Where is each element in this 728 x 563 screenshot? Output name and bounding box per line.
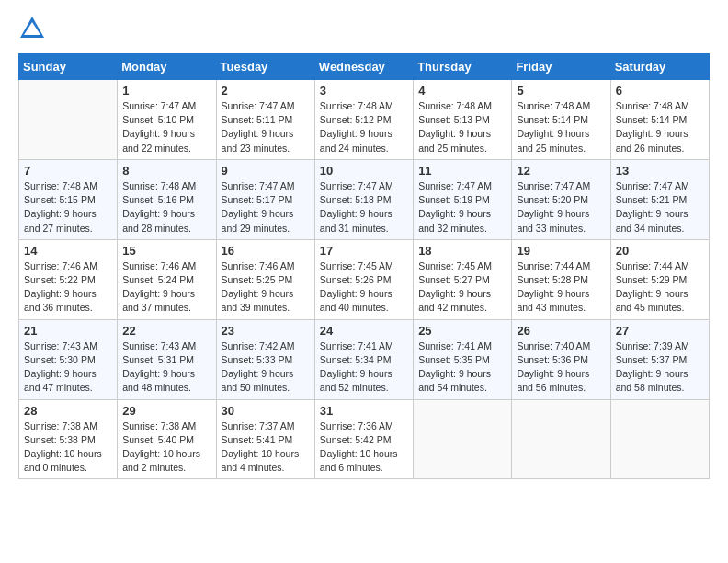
calendar-day-cell: 28Sunrise: 7:38 AMSunset: 5:38 PMDayligh… <box>19 399 118 479</box>
calendar-day-cell: 17Sunrise: 7:45 AMSunset: 5:26 PMDayligh… <box>314 239 413 319</box>
day-number: 31 <box>320 404 408 418</box>
daylight-text: Daylight: 10 hours and 6 minutes. <box>320 448 398 473</box>
day-info: Sunrise: 7:43 AMSunset: 5:30 PMDaylight:… <box>24 339 112 396</box>
daylight-text: Daylight: 9 hours and 54 minutes. <box>418 368 491 393</box>
day-number: 5 <box>517 84 605 98</box>
sunrise-text: Sunrise: 7:46 AM <box>122 260 196 271</box>
sunrise-text: Sunrise: 7:38 AM <box>122 420 196 431</box>
sunrise-text: Sunrise: 7:47 AM <box>122 100 196 111</box>
day-number: 6 <box>616 84 704 98</box>
calendar-day-cell: 13Sunrise: 7:47 AMSunset: 5:21 PMDayligh… <box>610 159 709 239</box>
sunset-text: Sunset: 5:17 PM <box>222 194 293 205</box>
weekday-header-monday: Monday <box>118 54 216 80</box>
day-info: Sunrise: 7:45 AMSunset: 5:27 PMDaylight:… <box>418 259 506 316</box>
sunrise-text: Sunrise: 7:43 AM <box>24 340 97 351</box>
day-info: Sunrise: 7:46 AMSunset: 5:22 PMDaylight:… <box>24 259 112 316</box>
sunset-text: Sunset: 5:20 PM <box>517 194 588 205</box>
page-header <box>18 15 710 42</box>
daylight-text: Daylight: 9 hours and 36 minutes. <box>24 288 97 313</box>
calendar-day-cell: 21Sunrise: 7:43 AMSunset: 5:30 PMDayligh… <box>19 319 118 399</box>
daylight-text: Daylight: 9 hours and 24 minutes. <box>320 128 392 153</box>
daylight-text: Daylight: 9 hours and 31 minutes. <box>320 208 392 233</box>
calendar-day-cell: 27Sunrise: 7:39 AMSunset: 5:37 PMDayligh… <box>610 319 709 399</box>
day-number: 21 <box>24 324 112 338</box>
day-info: Sunrise: 7:48 AMSunset: 5:12 PMDaylight:… <box>320 99 408 155</box>
day-info: Sunrise: 7:46 AMSunset: 5:25 PMDaylight:… <box>222 259 310 316</box>
day-number: 11 <box>418 164 506 178</box>
sunrise-text: Sunrise: 7:39 AM <box>616 340 689 351</box>
daylight-text: Daylight: 9 hours and 29 minutes. <box>222 208 294 233</box>
sunrise-text: Sunrise: 7:46 AM <box>24 260 97 271</box>
day-number: 7 <box>24 164 112 178</box>
calendar-day-cell: 20Sunrise: 7:44 AMSunset: 5:29 PMDayligh… <box>610 239 709 319</box>
sunset-text: Sunset: 5:18 PM <box>320 194 392 205</box>
calendar-day-cell: 29Sunrise: 7:38 AMSunset: 5:40 PMDayligh… <box>118 399 216 479</box>
calendar-day-cell: 1Sunrise: 7:47 AMSunset: 5:10 PMDaylight… <box>118 80 216 160</box>
sunrise-text: Sunrise: 7:40 AM <box>517 340 590 351</box>
calendar-day-cell <box>19 80 118 160</box>
day-info: Sunrise: 7:47 AMSunset: 5:11 PMDaylight:… <box>222 99 310 155</box>
day-number: 30 <box>222 404 310 418</box>
sunset-text: Sunset: 5:42 PM <box>320 434 392 445</box>
daylight-text: Daylight: 9 hours and 23 minutes. <box>222 128 294 153</box>
daylight-text: Daylight: 9 hours and 52 minutes. <box>320 368 392 393</box>
daylight-text: Daylight: 9 hours and 26 minutes. <box>616 128 688 153</box>
day-info: Sunrise: 7:48 AMSunset: 5:14 PMDaylight:… <box>616 99 704 155</box>
sunrise-text: Sunrise: 7:47 AM <box>222 180 295 191</box>
sunrise-text: Sunrise: 7:45 AM <box>320 260 393 271</box>
sunset-text: Sunset: 5:26 PM <box>320 274 392 285</box>
calendar-week-row: 1Sunrise: 7:47 AMSunset: 5:10 PMDaylight… <box>19 80 710 160</box>
sunset-text: Sunset: 5:34 PM <box>320 354 392 365</box>
calendar-day-cell: 8Sunrise: 7:48 AMSunset: 5:16 PMDaylight… <box>118 159 216 239</box>
day-info: Sunrise: 7:48 AMSunset: 5:16 PMDaylight:… <box>122 179 210 236</box>
day-info: Sunrise: 7:41 AMSunset: 5:34 PMDaylight:… <box>320 339 408 396</box>
sunset-text: Sunset: 5:28 PM <box>517 274 588 285</box>
daylight-text: Daylight: 9 hours and 28 minutes. <box>122 208 195 233</box>
sunset-text: Sunset: 5:37 PM <box>616 354 688 365</box>
calendar-day-cell <box>610 399 709 479</box>
sunset-text: Sunset: 5:25 PM <box>222 274 293 285</box>
day-info: Sunrise: 7:40 AMSunset: 5:36 PMDaylight:… <box>517 339 605 396</box>
day-info: Sunrise: 7:47 AMSunset: 5:10 PMDaylight:… <box>122 99 210 155</box>
daylight-text: Daylight: 9 hours and 45 minutes. <box>616 288 688 313</box>
day-number: 1 <box>122 84 210 98</box>
day-number: 24 <box>320 324 408 338</box>
day-info: Sunrise: 7:38 AMSunset: 5:40 PMDaylight:… <box>122 419 210 476</box>
calendar-day-cell: 3Sunrise: 7:48 AMSunset: 5:12 PMDaylight… <box>314 80 413 160</box>
sunset-text: Sunset: 5:27 PM <box>418 274 490 285</box>
calendar-day-cell: 6Sunrise: 7:48 AMSunset: 5:14 PMDaylight… <box>610 80 709 160</box>
calendar-week-row: 21Sunrise: 7:43 AMSunset: 5:30 PMDayligh… <box>19 319 710 399</box>
day-info: Sunrise: 7:47 AMSunset: 5:18 PMDaylight:… <box>320 179 408 236</box>
weekday-header-row: SundayMondayTuesdayWednesdayThursdayFrid… <box>19 54 710 80</box>
daylight-text: Daylight: 9 hours and 33 minutes. <box>517 208 589 233</box>
sunrise-text: Sunrise: 7:46 AM <box>222 260 295 271</box>
day-number: 8 <box>122 164 210 178</box>
day-number: 25 <box>418 324 506 338</box>
calendar-week-row: 14Sunrise: 7:46 AMSunset: 5:22 PMDayligh… <box>19 239 710 319</box>
calendar-day-cell: 11Sunrise: 7:47 AMSunset: 5:19 PMDayligh… <box>414 159 512 239</box>
daylight-text: Daylight: 9 hours and 47 minutes. <box>24 368 97 393</box>
day-number: 10 <box>320 164 408 178</box>
sunrise-text: Sunrise: 7:48 AM <box>418 100 492 111</box>
day-number: 2 <box>222 84 310 98</box>
sunrise-text: Sunrise: 7:47 AM <box>222 100 295 111</box>
logo-icon <box>18 15 46 42</box>
sunrise-text: Sunrise: 7:44 AM <box>616 260 689 271</box>
day-info: Sunrise: 7:48 AMSunset: 5:14 PMDaylight:… <box>517 99 605 155</box>
daylight-text: Daylight: 9 hours and 50 minutes. <box>222 368 294 393</box>
day-number: 27 <box>616 324 704 338</box>
sunrise-text: Sunrise: 7:48 AM <box>320 100 393 111</box>
daylight-text: Daylight: 10 hours and 0 minutes. <box>24 448 102 473</box>
calendar-day-cell: 15Sunrise: 7:46 AMSunset: 5:24 PMDayligh… <box>118 239 216 319</box>
calendar-day-cell: 19Sunrise: 7:44 AMSunset: 5:28 PMDayligh… <box>512 239 610 319</box>
weekday-header-tuesday: Tuesday <box>216 54 314 80</box>
daylight-text: Daylight: 10 hours and 4 minutes. <box>222 448 300 473</box>
day-info: Sunrise: 7:45 AMSunset: 5:26 PMDaylight:… <box>320 259 408 316</box>
sunrise-text: Sunrise: 7:47 AM <box>418 180 492 191</box>
calendar-day-cell <box>414 399 512 479</box>
sunset-text: Sunset: 5:36 PM <box>517 354 588 365</box>
sunrise-text: Sunrise: 7:43 AM <box>122 340 196 351</box>
day-info: Sunrise: 7:47 AMSunset: 5:19 PMDaylight:… <box>418 179 506 236</box>
sunset-text: Sunset: 5:29 PM <box>616 274 688 285</box>
daylight-text: Daylight: 9 hours and 22 minutes. <box>122 128 195 153</box>
